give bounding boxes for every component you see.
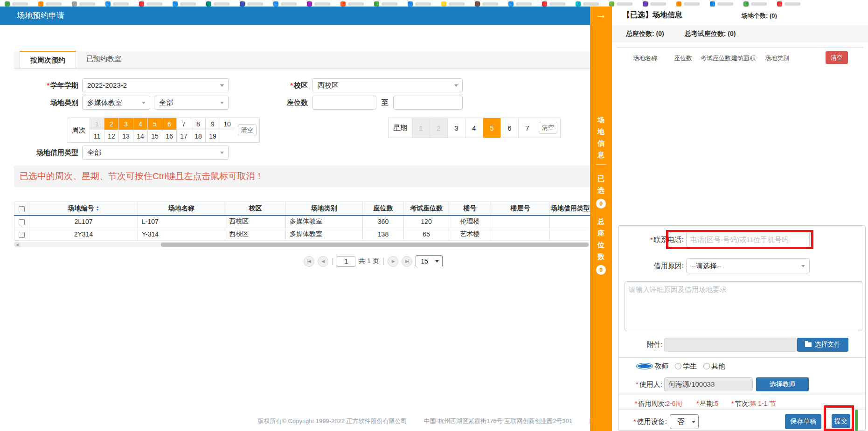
weekday-cell-6[interactable]: 6 <box>500 118 518 138</box>
table-row[interactable]: 2L107L-107西校区多媒体教室360120伦理楼 <box>14 216 590 228</box>
radio-icon[interactable] <box>636 363 653 369</box>
week-cell-1[interactable]: 1 <box>90 118 104 130</box>
weeks-clear-button[interactable]: 清空 <box>238 124 257 136</box>
week-cell-3[interactable]: 3 <box>118 118 133 130</box>
scrollbar-thumb[interactable] <box>161 243 589 247</box>
collapse-arrow-icon[interactable]: → <box>590 8 612 21</box>
choose-file-button[interactable]: 选择文件 <box>797 338 848 352</box>
phone-input[interactable] <box>686 231 810 247</box>
user-input[interactable]: 何海源/100033 <box>664 377 753 391</box>
bookmark-item[interactable] <box>777 1 800 7</box>
tab-reserved-rooms[interactable]: 已预约教室 <box>76 51 132 68</box>
weekday-cell-5[interactable]: 5 <box>483 118 500 138</box>
bookmark-item[interactable] <box>5 1 28 7</box>
week-cell-19[interactable]: 19 <box>205 130 220 142</box>
first-page-button[interactable]: |◀ <box>304 256 314 267</box>
page-number-input[interactable] <box>337 256 355 267</box>
bookmark-item[interactable] <box>710 1 733 7</box>
page-size-select[interactable]: 15 <box>416 255 443 267</box>
category-sub-select[interactable]: 全部 <box>154 96 229 110</box>
bookmark-item[interactable] <box>508 1 532 7</box>
tab-by-week[interactable]: 按周次预约 <box>20 51 76 68</box>
role-option-教师[interactable]: 教师 <box>636 362 668 371</box>
submit-button[interactable]: 提交 <box>832 414 850 428</box>
bookmark-item[interactable] <box>206 1 229 7</box>
week-cell-10[interactable]: 10 <box>220 118 234 130</box>
week-cell-12[interactable]: 12 <box>104 130 118 142</box>
week-cell-5[interactable]: 5 <box>147 118 162 130</box>
save-draft-button[interactable]: 保存草稿 <box>785 414 821 429</box>
bookmark-item[interactable] <box>273 1 297 7</box>
week-cell-4[interactable]: 4 <box>133 118 147 130</box>
prev-page-button[interactable]: ◀ <box>318 256 328 267</box>
category-select[interactable]: 多媒体教室 <box>82 96 150 110</box>
horizontal-scrollbar[interactable]: ◀ <box>14 242 590 247</box>
seats-min-input[interactable] <box>312 96 376 110</box>
choose-teacher-button[interactable]: 选择教师 <box>756 377 809 391</box>
week-cell-8[interactable]: 8 <box>191 118 205 130</box>
detail-reason-textarea[interactable] <box>625 281 862 331</box>
week-cell-18[interactable]: 18 <box>191 130 205 142</box>
row-checkbox[interactable] <box>19 232 25 238</box>
bookmark-item[interactable] <box>105 1 129 7</box>
radio-icon[interactable] <box>703 363 710 369</box>
weekday-cell-2[interactable]: 2 <box>430 118 447 138</box>
panel-clear-button[interactable]: 清空 <box>826 51 848 64</box>
role-option-学生[interactable]: 学生 <box>675 362 697 371</box>
column-header-1[interactable]: 场地编号▲▼ <box>29 202 138 216</box>
bookmark-item[interactable] <box>441 1 465 7</box>
select-all-checkbox[interactable] <box>19 206 25 212</box>
radio-icon[interactable] <box>675 363 681 369</box>
sort-icon[interactable]: ▲▼ <box>96 206 99 211</box>
seats-max-input[interactable] <box>393 96 463 110</box>
scroll-left-icon[interactable]: ◀ <box>14 242 21 247</box>
bookmark-item[interactable] <box>139 1 162 7</box>
weekday-cell-4[interactable]: 4 <box>465 118 483 138</box>
week-cell-17[interactable]: 17 <box>176 130 191 142</box>
row-checkbox[interactable] <box>19 219 25 225</box>
reason-select[interactable]: --请选择-- <box>686 258 810 273</box>
bookmark-item[interactable] <box>240 1 263 7</box>
bookmark-item[interactable] <box>542 1 565 7</box>
week-cell-9[interactable]: 9 <box>205 118 220 130</box>
weekday-cells: 1234567 <box>412 118 536 138</box>
scrollbar-thumb-green[interactable] <box>855 410 858 431</box>
weekday-cell-1[interactable]: 1 <box>412 118 430 138</box>
term-select[interactable]: 2022-2023-2 <box>82 78 229 92</box>
week-cell-13[interactable]: 13 <box>118 130 133 142</box>
bookmark-item[interactable] <box>374 1 397 7</box>
table-row[interactable]: 2Y314Y-314西校区多媒体教室13865艺术楼 <box>14 228 590 241</box>
week-cell-11[interactable]: 11 <box>90 130 104 142</box>
next-page-button[interactable]: ▶ <box>388 256 398 267</box>
bookmark-title-placeholder <box>785 2 800 6</box>
bookmark-item[interactable] <box>72 1 95 7</box>
bookmark-item[interactable] <box>408 1 431 7</box>
bookmark-item[interactable] <box>643 1 666 7</box>
attachment-input[interactable] <box>664 338 797 352</box>
weekday-cell-7[interactable]: 7 <box>518 118 536 138</box>
week-cell-6[interactable]: 6 <box>162 118 176 130</box>
bookmark-item[interactable] <box>340 1 364 7</box>
device-select[interactable]: 否 <box>670 414 699 429</box>
bookmark-item[interactable] <box>475 1 498 7</box>
bookmark-item[interactable] <box>307 1 330 7</box>
weekday-clear-button[interactable]: 清空 <box>539 122 557 134</box>
week-cell-16[interactable]: 16 <box>162 130 176 142</box>
borrow-type-select[interactable]: 全部 <box>82 146 229 160</box>
bookmark-item[interactable] <box>743 1 767 7</box>
period-summary-value: 第 1-1 节 <box>750 400 776 407</box>
bookmark-item[interactable] <box>38 1 62 7</box>
week-cell-2[interactable]: 2 <box>104 118 118 130</box>
week-cell-15[interactable]: 15 <box>147 130 162 142</box>
last-page-button[interactable]: ▶| <box>402 256 412 267</box>
week-cell-14[interactable]: 14 <box>133 130 147 142</box>
bookmark-item[interactable] <box>676 1 700 7</box>
bookmark-item[interactable] <box>576 1 599 7</box>
campus-select[interactable]: 西校区 <box>312 78 463 92</box>
bookmark-item[interactable] <box>173 1 196 7</box>
weekday-cell-3[interactable]: 3 <box>447 118 465 138</box>
role-option-其他[interactable]: 其他 <box>703 362 725 371</box>
bookmark-item[interactable] <box>609 1 632 7</box>
strip-info-label: 场地信息 <box>590 114 612 160</box>
week-cell-7[interactable]: 7 <box>176 118 191 130</box>
